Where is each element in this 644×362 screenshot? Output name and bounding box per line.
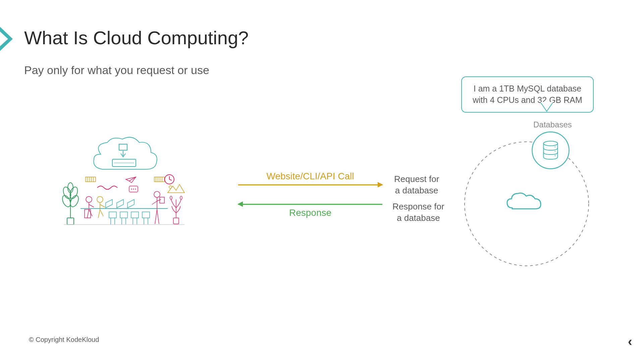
svg-point-24 [131, 189, 132, 190]
request-arrow-label: Website/CLI/API Call [238, 171, 382, 182]
slide-decorator-arrow [0, 27, 19, 52]
svg-line-21 [169, 179, 172, 180]
svg-point-25 [133, 189, 134, 190]
page-title: What Is Cloud Computing? [24, 27, 249, 49]
svg-point-29 [180, 196, 182, 199]
svg-rect-0 [119, 144, 127, 150]
page-subtitle: Pay only for what you request or use [24, 64, 209, 77]
svg-point-56 [555, 155, 556, 156]
request-for-label: Request fora database [394, 174, 439, 196]
arrow-section: Website/CLI/API Call Response [238, 171, 382, 218]
response-arrow-label: Response [238, 207, 382, 218]
svg-rect-35 [109, 212, 116, 218]
svg-point-26 [135, 189, 136, 190]
svg-point-33 [97, 196, 103, 202]
svg-point-47 [154, 191, 160, 197]
svg-point-27 [169, 186, 172, 188]
svg-rect-41 [131, 212, 139, 218]
svg-rect-44 [142, 212, 150, 218]
svg-rect-8 [67, 218, 74, 225]
previous-slide-button[interactable]: ‹ [628, 335, 641, 348]
speech-bubble-tail-icon [541, 102, 553, 112]
svg-point-55 [555, 151, 556, 152]
request-arrow-icon [238, 184, 382, 185]
response-for-label: Response fora database [392, 201, 444, 224]
response-arrow-icon [238, 204, 382, 205]
database-icon [532, 131, 570, 169]
svg-point-31 [86, 196, 92, 202]
svg-rect-48 [160, 197, 164, 203]
copyright-text: © Copyright KodeKloud [29, 336, 99, 344]
svg-rect-38 [120, 212, 127, 218]
svg-point-28 [170, 196, 172, 199]
database-speech-bubble: I am a 1TB MySQL database with 4 CPUs an… [461, 76, 594, 113]
svg-point-54 [555, 146, 556, 147]
databases-label: Databases [533, 120, 572, 129]
cloud-icon [502, 189, 546, 216]
svg-rect-30 [173, 218, 179, 224]
office-cloud-illustration [60, 134, 188, 228]
